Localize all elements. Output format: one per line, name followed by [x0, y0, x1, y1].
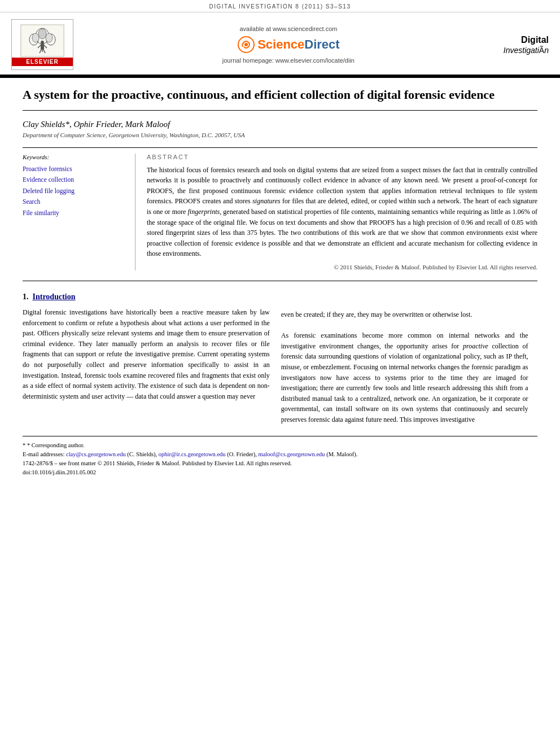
abstract-heading: ABSTRACT — [147, 154, 537, 160]
article-title: A system for the proactive, continuous, … — [23, 87, 537, 111]
authors: Clay Shields*, Ophir Frieder, Mark Maloo… — [23, 120, 537, 129]
main-content: A system for the proactive, continuous, … — [0, 78, 560, 488]
footnote-emails: E-mail addresses: clay@cs.georgetown.edu… — [23, 450, 537, 459]
svg-rect-10 — [41, 44, 44, 50]
di-subtitle: InvestigatiÃn — [504, 46, 549, 55]
sciencedirect-icon — [237, 36, 255, 54]
section-title: 1. Introduction — [23, 292, 270, 302]
sciencedirect-logo: ScienceDirect — [237, 36, 340, 54]
keyword-4: Search — [23, 196, 126, 208]
keywords-label: Keywords: — [23, 154, 126, 160]
elsevier-logo: ELSEVIER — [11, 19, 73, 70]
keywords-list: Proactive forensics Evidence collection … — [23, 164, 126, 219]
abstract-body: The historical focus of forensics resear… — [147, 165, 537, 259]
intro-left-text: Digital forensic investigations have his… — [23, 307, 270, 401]
journal-header: DIGITAL INVESTIGATION 8 (2011) S3–S13 — [0, 0, 560, 12]
elsevier-brand-text: ELSEVIER — [12, 58, 73, 66]
affiliation: Department of Computer Science, Georgeto… — [23, 132, 537, 138]
section-number: 1. — [23, 292, 29, 301]
footnote-issn: 1742-2876/$ – see front matter © 2011 Sh… — [23, 459, 537, 468]
keyword-2: Evidence collection — [23, 174, 126, 186]
journal-header-text: DIGITAL INVESTIGATION 8 (2011) S3–S13 — [209, 3, 351, 10]
section-heading: Introduction — [33, 292, 76, 301]
abstract-section: Keywords: Proactive forensics Evidence c… — [23, 154, 537, 270]
svg-point-6 — [38, 29, 46, 39]
intro-left-column: 1. Introduction Digital forensic investi… — [23, 292, 270, 425]
svg-point-9 — [41, 41, 44, 44]
separator-authors — [23, 147, 537, 148]
keywords-column: Keywords: Proactive forensics Evidence c… — [23, 154, 135, 270]
footnote-corresponding: * * Corresponding author. — [23, 441, 537, 450]
copyright-line: © 2011 Shields, Frieder & Maloof. Publis… — [147, 264, 537, 270]
keyword-1: Proactive forensics — [23, 164, 126, 175]
sciencedirect-text: ScienceDirect — [257, 37, 340, 52]
footnote-star: * — [23, 442, 27, 448]
journal-homepage-text: journal homepage: www.elsevier.com/locat… — [222, 57, 355, 64]
top-banner: ELSEVIER available at www.sciencedirect.… — [0, 12, 560, 76]
di-title: Digital — [504, 34, 549, 45]
keyword-3: Deleted file logging — [23, 186, 126, 197]
email-shields[interactable]: clay@cs.georgetown.edu — [66, 451, 126, 457]
footnote-section: * * Corresponding author. E-mail address… — [23, 436, 537, 477]
di-logo: Digital InvestigatiÃn — [504, 34, 549, 54]
email-frieder[interactable]: ophir@ir.cs.georgetown.edu — [159, 451, 226, 457]
separator-abstract — [23, 281, 537, 281]
svg-point-8 — [46, 33, 53, 42]
introduction-section: 1. Introduction Digital forensic investi… — [23, 292, 537, 425]
svg-point-7 — [32, 33, 39, 42]
center-logos: available at www.sciencedirect.com Scien… — [222, 25, 355, 64]
footnote-doi: doi:10.1016/j.diin.2011.05.002 — [23, 468, 537, 477]
abstract-column: ABSTRACT The historical focus of forensi… — [147, 154, 537, 270]
authors-text: Clay Shields*, Ophir Frieder, Mark Maloo… — [23, 120, 170, 129]
available-at-text: available at www.sciencedirect.com — [239, 25, 337, 32]
elsevier-tree-icon — [20, 24, 65, 58]
keyword-5: File similarity — [23, 208, 126, 219]
svg-point-16 — [244, 43, 248, 46]
intro-right-column: even be created; if they are, they may b… — [281, 292, 528, 425]
email-maloof[interactable]: maloof@cs.georgetown.edu — [259, 451, 325, 457]
intro-right-text: even be created; if they are, they may b… — [281, 309, 528, 425]
